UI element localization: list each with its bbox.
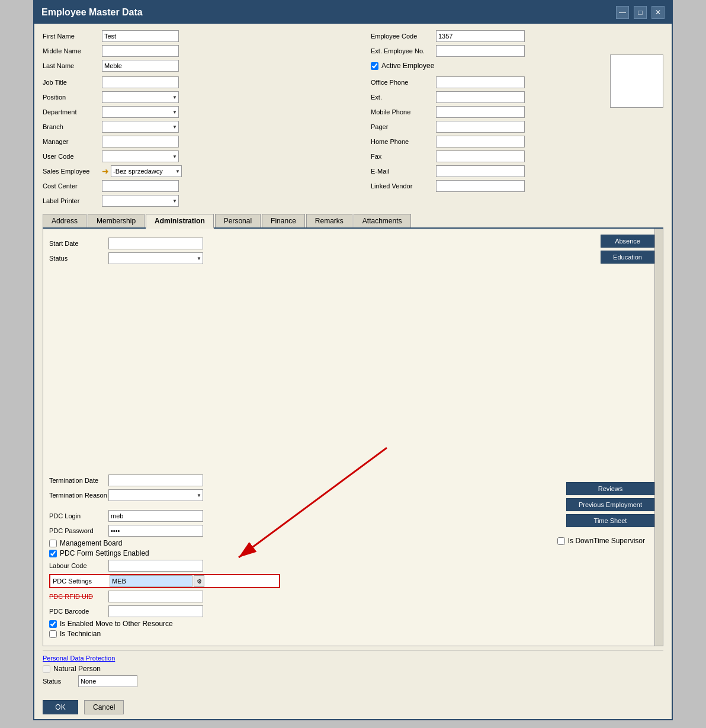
bottom-bar: OK Cancel	[34, 695, 672, 719]
middle-name-input[interactable]	[102, 45, 179, 57]
pdc-password-label: PDC Password	[49, 527, 108, 534]
fax-input[interactable]	[436, 150, 525, 162]
pdc-settings-input[interactable]	[110, 575, 192, 587]
active-employee-checkbox[interactable]	[371, 62, 378, 70]
pager-row: Pager	[371, 120, 663, 133]
time-sheet-button[interactable]: Time Sheet	[566, 514, 654, 527]
termination-date-input[interactable]	[108, 474, 203, 486]
admin-tab-content: Absence Education Start Date Status	[43, 229, 663, 646]
main-content: First Name Middle Name Last Name Job Tit…	[34, 24, 672, 695]
fax-row: Fax	[371, 150, 663, 163]
tab-personal[interactable]: Personal	[215, 214, 261, 227]
pdc-settings-label: PDC Settings	[50, 576, 110, 586]
ext-employee-input[interactable]	[436, 45, 525, 57]
tab-attachments[interactable]: Attachments	[354, 214, 411, 227]
pdc-form-row: PDC Form Settings Enabled	[49, 549, 657, 557]
pdp-link[interactable]: Personal Data Protection	[43, 655, 115, 662]
employee-code-input[interactable]	[436, 30, 525, 42]
branch-select-wrapper	[102, 121, 179, 133]
pdc-password-input[interactable]	[108, 525, 203, 537]
pdc-barcode-input[interactable]	[108, 605, 203, 617]
position-row: Position	[43, 91, 347, 104]
first-name-label: First Name	[43, 33, 102, 40]
job-title-input[interactable]	[102, 76, 179, 88]
last-name-input[interactable]	[102, 60, 179, 72]
labour-code-label: Labour Code	[49, 562, 108, 569]
tab-remarks[interactable]: Remarks	[306, 214, 352, 227]
minimize-button[interactable]: —	[616, 6, 629, 19]
user-code-select[interactable]	[102, 150, 179, 162]
cost-center-row: Cost Center	[43, 179, 347, 193]
pdc-settings-icon-button[interactable]: ⚙	[194, 575, 204, 587]
prev-employment-button[interactable]: Previous Employment	[566, 498, 654, 511]
reviews-button[interactable]: Reviews	[566, 482, 654, 495]
label-printer-select[interactable]	[102, 195, 179, 207]
tab-finance[interactable]: Finance	[262, 214, 305, 227]
close-button[interactable]: ✕	[652, 6, 665, 19]
is-downtime-checkbox[interactable]	[557, 537, 565, 545]
home-phone-label: Home Phone	[371, 138, 436, 145]
branch-select[interactable]	[102, 121, 179, 133]
left-column: First Name Middle Name Last Name Job Tit…	[43, 30, 347, 209]
position-select[interactable]	[102, 91, 179, 103]
manager-label: Manager	[43, 138, 102, 145]
tab-address[interactable]: Address	[43, 214, 86, 227]
is-downtime-label: Is DownTime Supervisor	[568, 537, 645, 545]
start-date-label: Start Date	[49, 240, 108, 247]
mobile-phone-label: Mobile Phone	[371, 108, 436, 116]
is-technician-checkbox[interactable]	[49, 630, 57, 638]
pdc-form-checkbox[interactable]	[49, 550, 57, 557]
mobile-phone-input[interactable]	[436, 106, 525, 118]
last-name-row: Last Name	[43, 59, 347, 72]
tab-administration[interactable]: Administration	[146, 214, 214, 229]
pdp-status-input[interactable]	[78, 675, 137, 687]
status-label: Status	[49, 255, 108, 262]
department-row: Department	[43, 105, 347, 118]
home-phone-row: Home Phone	[371, 135, 663, 148]
manager-input[interactable]	[102, 136, 179, 147]
management-board-label: Management Board	[60, 539, 122, 547]
email-input[interactable]	[436, 165, 525, 177]
linked-vendor-input[interactable]	[436, 180, 525, 192]
home-phone-input[interactable]	[436, 136, 525, 147]
first-name-input[interactable]	[102, 30, 179, 42]
email-label: E-Mail	[371, 168, 436, 175]
status-select[interactable]	[108, 252, 203, 264]
tab-scrollbar[interactable]	[654, 229, 663, 646]
is-downtime-row: Is DownTime Supervisor	[557, 537, 645, 545]
termination-reason-select[interactable]	[108, 489, 203, 501]
pdc-rfid-input[interactable]	[108, 591, 203, 602]
email-row: E-Mail	[371, 165, 663, 178]
ext-input[interactable]	[436, 91, 525, 103]
education-button[interactable]: Education	[601, 251, 654, 264]
is-enabled-move-row: Is Enabled Move to Other Resource	[49, 620, 657, 628]
is-enabled-move-checkbox[interactable]	[49, 620, 57, 628]
labour-code-input[interactable]	[108, 560, 203, 572]
maximize-button[interactable]: □	[634, 6, 647, 19]
department-select-wrapper	[102, 106, 179, 118]
window-controls: — □ ✕	[616, 6, 665, 19]
bottom-right-buttons: Reviews Previous Employment Time Sheet	[566, 482, 654, 527]
manager-row: Manager	[43, 135, 347, 148]
management-board-checkbox[interactable]	[49, 540, 57, 547]
office-phone-input[interactable]	[436, 76, 525, 88]
termination-date-label: Termination Date	[49, 477, 108, 484]
department-select[interactable]	[102, 106, 179, 118]
tab-membership[interactable]: Membership	[88, 214, 145, 227]
cost-center-input[interactable]	[102, 180, 179, 192]
middle-name-label: Middle Name	[43, 47, 102, 54]
is-enabled-move-label: Is Enabled Move to Other Resource	[60, 620, 173, 628]
ok-button[interactable]: OK	[43, 700, 78, 714]
status-select-wrapper	[108, 252, 203, 264]
termination-reason-label: Termination Reason	[49, 492, 108, 499]
absence-button[interactable]: Absence	[601, 235, 654, 248]
sales-employee-select[interactable]: -Bez sprzedawcy	[111, 165, 182, 177]
pager-label: Pager	[371, 123, 436, 130]
label-printer-select-wrapper	[102, 195, 179, 207]
pdc-login-input[interactable]	[108, 510, 203, 522]
cancel-button[interactable]: Cancel	[84, 700, 124, 714]
natural-person-checkbox[interactable]	[43, 665, 50, 673]
pager-input[interactable]	[436, 121, 525, 133]
start-date-input[interactable]	[108, 238, 203, 249]
user-code-row: User Code	[43, 150, 347, 163]
